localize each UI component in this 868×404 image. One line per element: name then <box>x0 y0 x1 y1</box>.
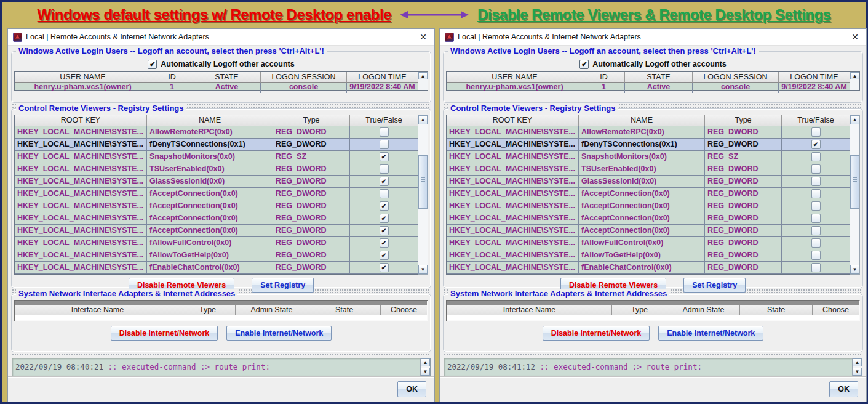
registry-row[interactable]: HKEY_LOCAL_MACHINE\SYSTE...SnapshotMonit… <box>447 151 850 163</box>
registry-row[interactable]: HKEY_LOCAL_MACHINE\SYSTE...fAcceptConnec… <box>15 212 418 225</box>
row-checkbox[interactable] <box>811 238 821 248</box>
col-state[interactable]: STATE <box>193 72 261 83</box>
col-choose[interactable]: Choose <box>381 305 427 315</box>
col-interface-name[interactable]: Interface Name <box>15 305 180 315</box>
scrollbar-thumb[interactable] <box>418 155 428 209</box>
registry-row[interactable]: HKEY_LOCAL_MACHINE\SYSTE...fEnableChatCo… <box>447 262 850 274</box>
scroll-up-icon[interactable]: ▲ <box>853 358 862 366</box>
disable-internet-button[interactable]: Disable Internet/Network <box>111 326 218 341</box>
set-registry-button[interactable]: Set Registry <box>252 278 314 293</box>
set-registry-button[interactable]: Set Registry <box>683 278 746 293</box>
registry-row[interactable]: HKEY_LOCAL_MACHINE\SYSTE...GlassSessionI… <box>15 176 418 188</box>
registry-scrollbar[interactable]: ▲ ▼ <box>418 115 428 275</box>
col-net-state[interactable]: State <box>308 305 381 315</box>
registry-row[interactable]: HKEY_LOCAL_MACHINE\SYSTE...fAllowFullCon… <box>15 237 418 249</box>
registry-row[interactable]: HKEY_LOCAL_MACHINE\SYSTE...fAllowToGetHe… <box>447 249 850 262</box>
registry-row[interactable]: HKEY_LOCAL_MACHINE\SYSTE...AllowRemoteRP… <box>447 126 850 139</box>
row-checkbox[interactable] <box>811 201 821 211</box>
row-checkbox[interactable]: ✔ <box>380 263 389 272</box>
registry-row[interactable]: HKEY_LOCAL_MACHINE\SYSTE...fAcceptConnec… <box>15 225 418 237</box>
scroll-up-icon[interactable]: ▲ <box>850 72 859 79</box>
row-checkbox[interactable] <box>380 140 389 149</box>
row-checkbox[interactable]: ✔ <box>380 251 389 260</box>
row-checkbox[interactable]: ✔ <box>380 238 389 248</box>
scroll-up-icon[interactable]: ▲ <box>850 115 859 124</box>
col-id[interactable]: ID <box>151 72 193 83</box>
close-icon[interactable]: ✕ <box>849 32 861 42</box>
registry-row[interactable]: HKEY_LOCAL_MACHINE\SYSTE...fAcceptConnec… <box>447 200 850 212</box>
scrollbar-thumb[interactable] <box>850 155 859 209</box>
col-id[interactable]: ID <box>583 72 625 83</box>
row-checkbox[interactable] <box>380 164 389 174</box>
registry-row[interactable]: HKEY_LOCAL_MACHINE\SYSTE...fAcceptConnec… <box>447 188 850 200</box>
login-table-scrollbar[interactable]: ▲ <box>850 72 859 90</box>
registry-row[interactable]: HKEY_LOCAL_MACHINE\SYSTE...fAcceptConnec… <box>15 200 418 212</box>
col-admin-state[interactable]: Admin State <box>667 305 740 315</box>
col-admin-state[interactable]: Admin State <box>236 305 308 315</box>
row-checkbox[interactable]: ✔ <box>380 226 389 235</box>
row-checkbox[interactable] <box>811 127 821 137</box>
scroll-down-icon[interactable]: ▼ <box>853 368 862 376</box>
scroll-up-icon[interactable]: ▲ <box>418 115 428 124</box>
login-user-row[interactable]: henry.u-pham.vcs1(owner) 1 Active consol… <box>447 83 850 90</box>
row-checkbox[interactable]: ✔ <box>380 214 389 223</box>
col-root-key[interactable]: ROOT KEY <box>447 115 579 126</box>
registry-row[interactable]: HKEY_LOCAL_MACHINE\SYSTE...fAcceptConnec… <box>15 188 418 200</box>
row-checkbox[interactable]: ✔ <box>380 177 389 186</box>
registry-row[interactable]: HKEY_LOCAL_MACHINE\SYSTE...AllowRemoteRP… <box>15 126 418 139</box>
col-name[interactable]: NAME <box>579 115 705 126</box>
col-logon-session[interactable]: LOGON SESSION <box>693 72 779 83</box>
row-checkbox[interactable] <box>380 127 389 137</box>
col-true-false[interactable]: True/False <box>350 115 418 126</box>
ok-button[interactable]: OK <box>829 381 858 397</box>
row-checkbox[interactable] <box>811 189 821 198</box>
row-checkbox[interactable]: ✔ <box>811 140 821 149</box>
row-checkbox[interactable] <box>811 251 821 260</box>
title-bar[interactable]: Local | Remote Accounts & Internet Netwo… <box>440 29 866 46</box>
scroll-up-icon[interactable]: ▲ <box>421 358 430 366</box>
scroll-up-icon[interactable]: ▲ <box>418 72 428 79</box>
row-checkbox[interactable]: ✔ <box>380 201 389 211</box>
scroll-down-icon[interactable]: ▼ <box>850 265 859 274</box>
col-interface-name[interactable]: Interface Name <box>447 305 612 315</box>
registry-row[interactable]: HKEY_LOCAL_MACHINE\SYSTE...fAllowToGetHe… <box>15 249 418 262</box>
row-checkbox[interactable] <box>811 177 821 186</box>
row-checkbox[interactable] <box>380 189 389 198</box>
registry-row[interactable]: HKEY_LOCAL_MACHINE\SYSTE...SnapshotMonit… <box>15 151 418 163</box>
col-logon-time[interactable]: LOGON TIME <box>779 72 850 83</box>
registry-row[interactable]: HKEY_LOCAL_MACHINE\SYSTE...fAllowFullCon… <box>447 237 850 249</box>
enable-internet-button[interactable]: Enable Internet/Network <box>658 326 763 341</box>
login-table-scrollbar[interactable]: ▲ <box>418 72 428 90</box>
row-checkbox[interactable]: ✔ <box>380 152 389 161</box>
col-user-name[interactable]: USER NAME <box>15 72 151 83</box>
auto-logoff-checkbox[interactable]: ✔ <box>148 60 157 69</box>
scrollbar-track[interactable] <box>418 124 428 265</box>
col-root-key[interactable]: ROOT KEY <box>15 115 147 126</box>
registry-row[interactable]: HKEY_LOCAL_MACHINE\SYSTE...TSUserEnabled… <box>15 163 418 176</box>
registry-scrollbar[interactable]: ▲ ▼ <box>850 115 860 275</box>
registry-row[interactable]: HKEY_LOCAL_MACHINE\SYSTE...fEnableChatCo… <box>15 262 418 274</box>
ok-button[interactable]: OK <box>397 381 426 397</box>
col-logon-session[interactable]: LOGON SESSION <box>261 72 347 83</box>
title-bar[interactable]: Local | Remote Accounts & Internet Netwo… <box>8 29 434 46</box>
col-type[interactable]: Type <box>705 115 782 126</box>
col-net-type[interactable]: Type <box>612 305 667 315</box>
row-checkbox[interactable] <box>811 263 821 272</box>
row-checkbox[interactable] <box>811 164 821 174</box>
row-checkbox[interactable] <box>811 226 821 235</box>
col-type[interactable]: Type <box>273 115 350 126</box>
close-icon[interactable]: ✕ <box>417 32 429 42</box>
scroll-down-icon[interactable]: ▼ <box>421 368 430 376</box>
row-checkbox[interactable] <box>811 214 821 223</box>
col-state[interactable]: STATE <box>625 72 693 83</box>
col-net-state[interactable]: State <box>740 305 813 315</box>
scrollbar-track[interactable] <box>850 124 859 265</box>
registry-row[interactable]: HKEY_LOCAL_MACHINE\SYSTE...TSUserEnabled… <box>447 163 850 176</box>
console-scrollbar[interactable]: ▲ ▼ <box>420 358 430 376</box>
scroll-down-icon[interactable]: ▼ <box>418 265 428 274</box>
col-true-false[interactable]: True/False <box>782 115 850 126</box>
col-name[interactable]: NAME <box>147 115 273 126</box>
registry-row[interactable]: HKEY_LOCAL_MACHINE\SYSTE...fDenyTSConnec… <box>447 139 850 151</box>
auto-logoff-checkbox[interactable]: ✔ <box>579 60 589 69</box>
registry-row[interactable]: HKEY_LOCAL_MACHINE\SYSTE...GlassSessionI… <box>447 176 850 188</box>
